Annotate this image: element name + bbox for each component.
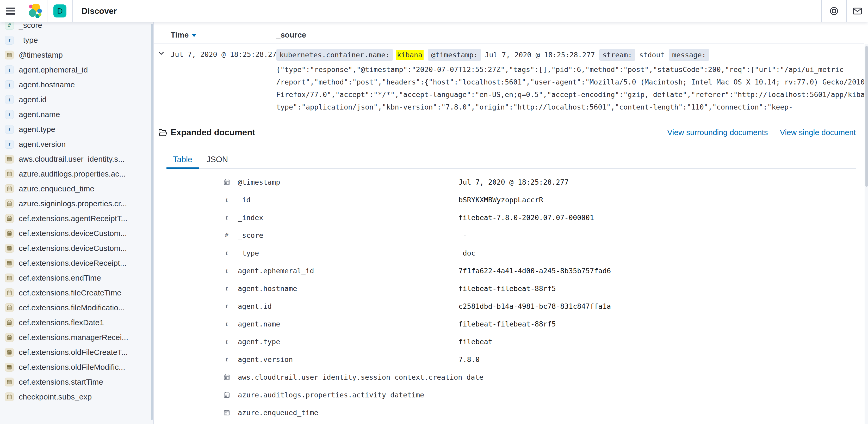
field-name: azure.enqueued_time: [238, 408, 459, 417]
field-name: _type: [238, 249, 459, 257]
expanded-document-header: Expanded document View surrounding docum…: [154, 126, 856, 139]
sidebar-field-label: azure.signinlogs.properties.cr...: [19, 199, 127, 208]
sidebar-field-item[interactable]: azure.signinlogs.properties.cr...: [0, 196, 153, 211]
source-field-badge: kubernetes.container.name:: [276, 49, 393, 61]
sidebar-field-item[interactable]: cef.extensions.fileModificatio...: [0, 300, 153, 315]
sidebar-field-item[interactable]: cef.extensions.startTime: [0, 374, 153, 389]
sidebar-field-label: cef.extensions.deviceCustom...: [19, 229, 127, 238]
scrollbar-thumb[interactable]: [865, 46, 868, 187]
field-type-icon: t: [223, 338, 230, 345]
sidebar-field-item[interactable]: @timestamp: [0, 48, 153, 62]
field-type-icon: [5, 229, 14, 238]
space-avatar[interactable]: D: [53, 4, 66, 18]
sidebar-field-item[interactable]: t agent.name: [0, 107, 153, 122]
sidebar-field-item[interactable]: t agent.hostname: [0, 77, 153, 92]
collapse-row-icon[interactable]: [157, 49, 165, 57]
vertical-scrollbar[interactable]: [865, 44, 868, 424]
view-single-document-link[interactable]: View single document: [780, 128, 856, 137]
table-row: azure.enqueued_time: [154, 404, 864, 421]
sidebar-field-label: agent.hostname: [19, 80, 75, 89]
sidebar-field-label: _score: [19, 22, 42, 30]
field-type-icon: #: [223, 231, 230, 239]
field-name: azure.auditlogs.properties.activity_date…: [238, 391, 459, 399]
sidebar-field-item[interactable]: cef.extensions.deviceCustom...: [0, 241, 153, 256]
field-value: filebeat: [459, 338, 492, 346]
field-type-icon: t: [5, 80, 14, 89]
field-type-icon: [5, 274, 14, 282]
source-field-pair: @timestamp: Jul 7, 2020 @ 18:25:28.277: [428, 49, 595, 61]
sidebar-field-item[interactable]: cef.extensions.endTime: [0, 271, 153, 285]
sidebar-field-item[interactable]: cef.extensions.deviceCustom...: [0, 226, 153, 241]
tab-json[interactable]: JSON: [200, 150, 235, 169]
sidebar-field-label: _type: [19, 36, 38, 45]
source-field-value: stdout: [639, 51, 664, 59]
time-column-header[interactable]: Time: [170, 30, 196, 39]
sidebar-field-item[interactable]: cef.extensions.managerRecei...: [0, 330, 153, 345]
sidebar-field-item[interactable]: t agent.id: [0, 92, 153, 107]
expanded-document-title: Expanded document: [170, 128, 255, 137]
sidebar-field-item[interactable]: cef.extensions.fileCreateTime: [0, 285, 153, 300]
sidebar-field-item[interactable]: azure.enqueued_time: [0, 181, 153, 196]
sidebar-field-item[interactable]: azure.auditlogs.properties.ac...: [0, 166, 153, 181]
source-field-pair: stream: stdout: [599, 49, 664, 61]
field-type-icon: [5, 259, 14, 267]
message-line: Firefox/77.0","accept":"*/*","accept-lan…: [276, 88, 854, 101]
field-value: bSRYKXMBWyzoppLaccrR: [459, 196, 543, 204]
field-value: _doc: [459, 249, 475, 257]
table-row: azure.auditlogs.properties.activity_date…: [154, 386, 864, 404]
sidebar-field-item[interactable]: t agent.type: [0, 122, 153, 137]
view-surrounding-documents-link[interactable]: View surrounding documents: [667, 128, 768, 137]
sidebar-field-label: cef.extensions.endTime: [19, 274, 101, 282]
sidebar-field-label: cef.extensions.fileCreateTime: [19, 288, 121, 297]
doc-table-header: Time _source: [154, 22, 864, 44]
sidebar-field-label: @timestamp: [19, 51, 63, 59]
help-icon[interactable]: [828, 5, 840, 17]
sidebar-field-label: cef.extensions.oldFileCreateT...: [19, 348, 128, 357]
sidebar-field-item[interactable]: cef.extensions.deviceReceipt...: [0, 256, 153, 271]
field-type-icon: [5, 377, 14, 387]
sidebar-field-item[interactable]: # _score: [0, 22, 153, 33]
field-name: agent.version: [238, 356, 459, 364]
field-type-icon: t: [223, 285, 230, 292]
source-field-badge: message:: [669, 49, 709, 61]
sidebar-field-label: azure.auditlogs.properties.ac...: [19, 169, 126, 178]
sidebar-field-item[interactable]: t _type: [0, 33, 153, 48]
folder-open-icon: [158, 128, 167, 137]
table-row: t agent.type filebeat: [154, 333, 864, 350]
sidebar-field-item[interactable]: t agent.version: [0, 137, 153, 151]
sidebar-field-label: cef.extensions.agentReceiptT...: [19, 214, 127, 223]
field-name: @timestamp: [238, 178, 459, 186]
table-row: t agent.version 7.8.0: [154, 350, 864, 368]
field-value: Jul 7, 2020 @ 18:25:28.277: [459, 178, 569, 186]
source-field-pair: message:: [669, 49, 709, 61]
newsfeed-mail-icon[interactable]: [851, 5, 864, 17]
sidebar-field-item[interactable]: t agent.ephemeral_id: [0, 62, 153, 77]
field-value: c2581dbd-b14a-4981-bc78-831c847ffa1a: [459, 302, 611, 310]
tab-table[interactable]: Table: [166, 150, 199, 169]
sidebar-field-label: agent.ephemeral_id: [19, 65, 88, 74]
sidebar-field-item[interactable]: cef.extensions.flexDate1: [0, 315, 153, 330]
sidebar-field-item[interactable]: cef.extensions.oldFileModific...: [0, 360, 153, 374]
field-type-icon: [223, 374, 230, 380]
source-field-pair: kubernetes.container.name: kibana: [276, 49, 424, 61]
field-value: -: [459, 231, 467, 239]
elastic-logo-icon: [27, 4, 42, 18]
table-row: t _index filebeat-7.8.0-2020.07.07-00000…: [154, 208, 864, 226]
table-row: @timestamp Jul 7, 2020 @ 18:25:28.277: [154, 173, 864, 191]
table-row: t agent.name filebeat-filebeat-88rf5: [154, 315, 864, 333]
field-name: _index: [238, 214, 459, 222]
sidebar-field-label: checkpoint.subs_exp: [19, 392, 92, 401]
menu-icon[interactable]: [6, 7, 16, 15]
field-type-icon: t: [223, 214, 230, 221]
field-name: aws.cloudtrail.user_identity.session_con…: [238, 373, 459, 381]
sidebar-field-item[interactable]: aws.cloudtrail.user_identity.s...: [0, 151, 153, 166]
sidebar-field-item[interactable]: cef.extensions.agentReceiptT...: [0, 211, 153, 226]
sidebar-scrollbar[interactable]: [151, 24, 153, 420]
source-field-badge: stream:: [599, 49, 636, 61]
field-type-icon: t: [5, 95, 14, 104]
field-type-icon: [5, 392, 14, 401]
sidebar-field-item[interactable]: checkpoint.subs_exp: [0, 389, 153, 404]
elastic-logo[interactable]: [21, 0, 47, 22]
field-type-icon: [5, 303, 14, 312]
sidebar-field-item[interactable]: cef.extensions.oldFileCreateT...: [0, 345, 153, 360]
